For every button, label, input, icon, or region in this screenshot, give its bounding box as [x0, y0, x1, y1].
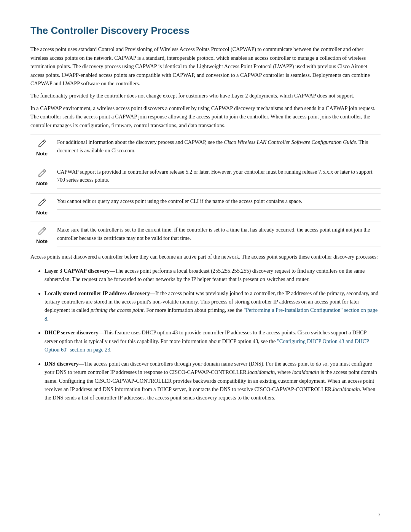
discovery-processes-list: Layer 3 CAPWAP discovery—The access poin…: [38, 267, 381, 402]
note-left-1: Note: [30, 138, 57, 158]
note-content-2: CAPWAP support is provided in controller…: [57, 168, 381, 189]
note-content-1: For additional information about the dis…: [57, 138, 381, 159]
intro-paragraph-3: In a CAPWAP environment, a wireless acce…: [30, 104, 381, 129]
note-content-3: You cannot edit or query any access poin…: [57, 197, 381, 210]
list-item-locally-stored: Locally stored controller IP address dis…: [38, 289, 381, 323]
italic-priming: priming the access point: [91, 307, 143, 313]
pencil-icon-3: [37, 197, 47, 208]
pencil-icon-4: [37, 226, 47, 236]
bullet-text-locally-stored: Locally stored controller IP address dis…: [45, 289, 381, 323]
list-item-dhcp: DHCP server discovery—This feature uses …: [38, 328, 381, 354]
bullet-bold-dhcp: DHCP server discovery—: [45, 329, 104, 335]
note-left-2: Note: [30, 168, 57, 188]
intro-paragraph-1: The access point uses standard Control a…: [30, 45, 381, 88]
note-block-4: Note Make sure that the controller is se…: [30, 222, 381, 246]
list-item-dns: DNS discovery—The access point can disco…: [38, 359, 381, 402]
note-block-1: Note For additional information about th…: [30, 134, 381, 159]
note-label-4: Note: [36, 238, 48, 246]
note-content-4: Make sure that the controller is set to …: [57, 226, 381, 246]
bullet-intro: Access points must discovered a controll…: [30, 252, 381, 261]
note-left-3: Note: [30, 197, 57, 217]
note-label-2: Note: [36, 180, 48, 188]
bullet-text-dns: DNS discovery—The access point can disco…: [45, 359, 381, 402]
note-label-3: Note: [36, 209, 48, 217]
bullet-bold-layer3: Layer 3 CAPWAP discovery—: [45, 268, 115, 274]
page-number: 7: [378, 511, 381, 519]
bullet-text-dhcp: DHCP server discovery—This feature uses …: [45, 328, 381, 354]
italic-localdomain-1: localdomain: [248, 369, 275, 375]
bullet-text-layer3: Layer 3 CAPWAP discovery—The access poin…: [45, 267, 381, 284]
italic-localdomain-3: localdomain: [333, 386, 360, 392]
note-block-2: Note CAPWAP support is provided in contr…: [30, 164, 381, 189]
italic-localdomain-2: localdomain: [292, 369, 319, 375]
intro-paragraph-2: The functionality provided by the contro…: [30, 91, 381, 100]
bullet-bold-dns: DNS discovery—: [45, 361, 84, 367]
page: The Controller Discovery Process The acc…: [0, 0, 411, 532]
note-label-1: Note: [36, 150, 48, 158]
pencil-icon-2: [37, 168, 47, 179]
pencil-icon-1: [37, 138, 47, 149]
note-left-4: Note: [30, 226, 57, 246]
note-block-3: Note You cannot edit or query any access…: [30, 193, 381, 217]
page-title: The Controller Discovery Process: [30, 23, 381, 38]
bullet-bold-locally-stored: Locally stored controller IP address dis…: [45, 290, 155, 296]
list-item-layer3: Layer 3 CAPWAP discovery—The access poin…: [38, 267, 381, 284]
link-dhcp-option43[interactable]: "Configuring DHCP Option 43 and DHCP Opt…: [45, 338, 369, 353]
